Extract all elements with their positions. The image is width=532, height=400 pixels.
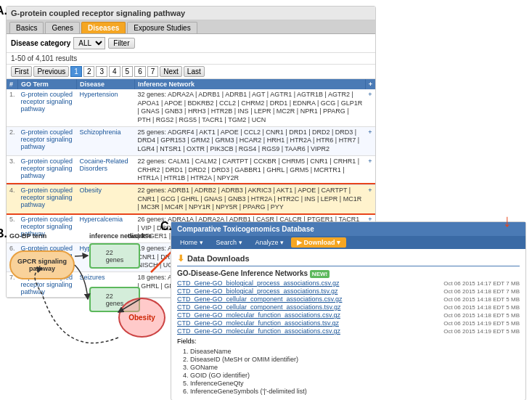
page-7-button[interactable]: 7 [147, 66, 159, 77]
table-row[interactable]: 2.G-protein coupled receptor signaling p… [7, 126, 375, 155]
disease-cell[interactable]: Cocaine-Related Disorders [76, 155, 134, 184]
first-page-button[interactable]: First [11, 66, 32, 77]
file-meta: Oct 06 2015 14:18 EDT 7 MB [443, 288, 520, 295]
table-row[interactable]: 4.G-protein coupled receptor signaling p… [7, 184, 375, 213]
pagination: First Previous 1 2 3 4 5 6 7 Next Last [7, 65, 375, 79]
go-term-cell[interactable]: G-protein coupled receptor signaling pat… [18, 89, 77, 126]
row-num: 4. [7, 184, 18, 213]
data-downloads-icon: ⬇ [177, 253, 184, 264]
file-meta: Oct 06 2015 14:18 EDT 5 MB [443, 296, 520, 303]
file-link[interactable]: CTD_Gene-GO_cellular_component_associati… [177, 295, 342, 303]
file-link[interactable]: CTD_Gene-GO_biological_process_associati… [177, 287, 337, 295]
row-plus[interactable]: + [365, 184, 375, 213]
list-item: CTD_Gene-GO_biological_process_associati… [177, 279, 520, 287]
ctd-title: Comparative Toxicogenomics Database [177, 225, 314, 233]
disease-cell[interactable]: Obesity [76, 184, 134, 213]
section-c: C. Comparative Toxicogenomics Database H… [171, 221, 526, 396]
svg-line-0 [75, 256, 88, 256]
list-item: CTD_Gene-GO_molecular_function_associati… [177, 319, 520, 327]
panel-title: G-protein coupled receptor signaling pat… [7, 7, 375, 20]
page-2-button[interactable]: 2 [83, 66, 95, 77]
list-item: CTD_Gene-GO_cellular_component_associati… [177, 303, 520, 311]
col-inference[interactable]: Inference Network [134, 79, 365, 89]
ctd-header: Comparative Toxicogenomics Database [171, 222, 525, 236]
fields-list: DiseaseNameDiseaseID (MeSH or OMIM ident… [177, 348, 520, 395]
prev-page-button[interactable]: Previous [33, 66, 69, 77]
genes-box-1: 22genes [89, 243, 140, 269]
row-num: 3. [7, 155, 18, 184]
tab-exposure[interactable]: Exposure Studies [127, 22, 197, 33]
row-plus[interactable]: + [365, 126, 375, 155]
row-plus[interactable]: + [365, 155, 375, 184]
tabs-bar: Basics Genes Diseases Exposure Studies [7, 20, 375, 34]
ctd-panel: Comparative Toxicogenomics Database Home… [171, 221, 526, 400]
field-item: DiseaseName [190, 348, 520, 355]
nav-search[interactable]: Search ▾ [210, 237, 248, 248]
file-link[interactable]: CTD_Gene-GO_biological_process_associati… [177, 279, 339, 287]
ctd-section-title: ⬇ Data Downloads [177, 253, 520, 266]
page-5-button[interactable]: 5 [122, 66, 134, 77]
field-item: InferenceGeneSymbols ('|'-delimited list… [190, 388, 520, 395]
file-meta: Oct 06 2015 14:19 EDT 5 MB [443, 320, 520, 327]
row-num: 1. [7, 89, 18, 126]
genes-22-label-1: 22genes [106, 249, 124, 264]
field-item: DiseaseID (MeSH or OMIM identifier) [190, 356, 520, 363]
col-disease[interactable]: Disease [76, 79, 134, 89]
last-page-button[interactable]: Last [184, 66, 205, 77]
file-link[interactable]: CTD_Gene-GO_cellular_component_associati… [177, 303, 340, 311]
disease-cell[interactable]: Schizophrenia [76, 126, 134, 155]
page-6-button[interactable]: 6 [134, 66, 146, 77]
list-item: CTD_Gene-GO_molecular_function_associati… [177, 327, 520, 335]
file-meta: Oct 06 2015 14:18 EDT 5 MB [443, 304, 520, 311]
list-item: CTD_Gene-GO_biological_process_associati… [177, 287, 520, 295]
gpcr-box: GPCR signaling pathway [9, 250, 75, 279]
file-link[interactable]: CTD_Gene-GO_molecular_function_associati… [177, 327, 340, 335]
results-info: 1-50 of 4,101 results [7, 53, 375, 65]
list-item: CTD_Gene-GO_cellular_component_associati… [177, 295, 520, 303]
go-term-cell[interactable]: G-protein coupled receptor signaling pat… [18, 155, 77, 184]
obesity-label: Obesity [128, 314, 155, 322]
row-plus[interactable]: + [365, 89, 375, 126]
col-num: # [7, 79, 18, 89]
next-page-button[interactable]: Next [160, 66, 182, 77]
file-link[interactable]: CTD_Gene-GO_molecular_function_associati… [177, 311, 340, 319]
tab-genes[interactable]: Genes [45, 22, 79, 33]
field-item: GOID (GO identifier) [190, 372, 520, 379]
inference-cell: 25 genes: ADGRF4 | AKT1 | APOE | CCL2 | … [134, 126, 365, 155]
nav-analyze[interactable]: Analyze ▾ [250, 237, 290, 248]
page-3-button[interactable]: 3 [96, 66, 107, 77]
inference-cell: 22 genes: CALM1 | CALM2 | CARTPT | CCKBR… [134, 155, 365, 184]
new-badge: NEW! [310, 270, 330, 278]
ctd-nav: Home ▾ Search ▾ Analyze ▾ ▶ Download ▾ [171, 236, 525, 249]
subsection-title-text: GO-Disease-Gene Inference Networks [177, 269, 308, 277]
filter-label: Disease category [11, 39, 70, 47]
disease-category-select[interactable]: ALL [73, 37, 105, 49]
col-plus[interactable]: + [365, 79, 375, 89]
ctd-content: ⬇ Data Downloads GO-Disease-Gene Inferen… [171, 249, 525, 400]
filter-button[interactable]: Filter [108, 38, 134, 49]
disease-cell[interactable]: Hypertension [76, 89, 134, 126]
file-link[interactable]: CTD_Gene-GO_molecular_function_associati… [177, 319, 339, 327]
table-row[interactable]: 1.G-protein coupled receptor signaling p… [7, 89, 375, 126]
nav-download[interactable]: ▶ Download ▾ [291, 237, 346, 248]
app-title: G-protein coupled receptor signaling pat… [11, 9, 185, 17]
field-item: InferenceGeneQty [190, 380, 520, 387]
row-num: 2. [7, 126, 18, 155]
page-1-button[interactable]: 1 [70, 66, 82, 77]
ctd-subsection-title: GO-Disease-Gene Inference Networks NEW! [177, 269, 520, 277]
tab-diseases[interactable]: Diseases [81, 22, 126, 33]
go-bp-label: GO-BP term [9, 232, 46, 240]
section-a: A. G-protein coupled receptor signaling … [6, 6, 376, 224]
tab-basics[interactable]: Basics [9, 22, 44, 33]
go-term-cell[interactable]: G-protein coupled receptor signaling pat… [18, 184, 77, 213]
nav-home[interactable]: Home ▾ [174, 237, 209, 248]
section-title-text: Data Downloads [187, 254, 250, 263]
table-row[interactable]: 3.G-protein coupled receptor signaling p… [7, 155, 375, 184]
file-meta: Oct 06 2015 14:18 EDT 5 MB [443, 312, 520, 319]
list-item: CTD_Gene-GO_molecular_function_associati… [177, 311, 520, 319]
page-4-button[interactable]: 4 [109, 66, 120, 77]
file-list: CTD_Gene-GO_biological_process_associati… [177, 279, 520, 335]
section-a-label: A. [0, 4, 7, 17]
go-term-cell[interactable]: G-protein coupled receptor signaling pat… [18, 126, 77, 155]
col-go-term[interactable]: GO Term [18, 79, 77, 89]
